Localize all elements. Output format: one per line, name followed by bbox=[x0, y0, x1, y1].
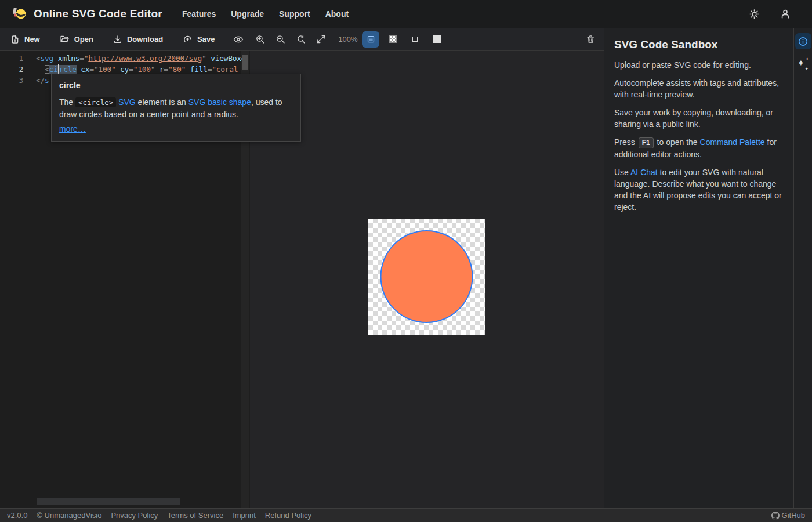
theme-toggle-button[interactable] bbox=[746, 6, 762, 22]
svg-code-editor-app: Online SVG Code Editor Features Upgrade … bbox=[0, 0, 812, 522]
preview-circle[interactable] bbox=[381, 231, 473, 322]
preview-visibility-button[interactable] bbox=[231, 32, 246, 47]
background-options-group bbox=[362, 31, 445, 48]
svg-canvas[interactable] bbox=[368, 219, 485, 335]
zoom-in-icon bbox=[255, 34, 265, 44]
overview-ruler-marker bbox=[242, 55, 248, 70]
zoom-reset-button[interactable] bbox=[293, 32, 308, 46]
background-transparent-button[interactable] bbox=[384, 31, 401, 48]
sidebar-paragraph-autocomplete: Autocomplete assists with tags and attri… bbox=[614, 77, 785, 100]
header-actions bbox=[746, 6, 802, 22]
trash-icon bbox=[586, 34, 596, 44]
zoom-reset-icon bbox=[296, 34, 306, 44]
save-share-icon bbox=[183, 34, 193, 44]
code-text: <svg xmlns="http://www.w3.org/2000/svg" … bbox=[23, 53, 242, 64]
checkerboard-icon bbox=[389, 35, 397, 43]
open-button-label: Open bbox=[74, 35, 93, 44]
github-label: GitHub bbox=[782, 511, 805, 520]
background-pattern-button[interactable] bbox=[362, 31, 379, 48]
ai-chat-button[interactable]: ✦✦✦ bbox=[795, 56, 811, 72]
fit-to-screen-button[interactable] bbox=[314, 32, 328, 46]
tooltip-title: circle bbox=[59, 79, 293, 92]
code-text: </s bbox=[23, 75, 49, 86]
line-number: 1 bbox=[0, 53, 23, 64]
nav-about[interactable]: About bbox=[325, 9, 349, 19]
sidebar-paragraph-command-palette: Press F1 to open the Command Palette for… bbox=[614, 136, 785, 160]
new-button-label: New bbox=[24, 35, 40, 44]
sidebar-icon-strip: ✦✦✦ bbox=[793, 28, 812, 508]
app-title: Online SVG Code Editor bbox=[34, 8, 162, 20]
main-nav: Features Upgrade Support About bbox=[182, 9, 349, 19]
sidebar-paragraph-save: Save your work by copying, downloading, … bbox=[614, 107, 785, 130]
nav-support[interactable]: Support bbox=[279, 9, 310, 19]
copyright-label: © UnmanagedVisio bbox=[37, 511, 102, 520]
square-outline-icon bbox=[412, 37, 418, 42]
sparkles-icon: ✦✦✦ bbox=[798, 59, 809, 70]
eye-icon bbox=[233, 34, 244, 45]
square-solid-icon bbox=[433, 35, 441, 43]
clear-button[interactable] bbox=[583, 32, 598, 46]
sidebar-title: SVG Code Sandbox bbox=[614, 38, 785, 51]
background-solid-button[interactable] bbox=[428, 31, 445, 48]
version-label: v2.0.0 bbox=[7, 511, 27, 520]
zoom-out-button[interactable] bbox=[273, 32, 288, 46]
sidebar-content: SVG Code Sandbox Upload or paste SVG cod… bbox=[604, 28, 794, 508]
refund-policy-link[interactable]: Refund Policy bbox=[265, 511, 311, 520]
background-outline-button[interactable] bbox=[406, 31, 423, 48]
expand-icon bbox=[316, 34, 326, 44]
line-number: 3 bbox=[0, 75, 23, 86]
sidebar-paragraph-ai-chat: Use AI Chat to edit your SVG with natura… bbox=[614, 166, 785, 213]
zoom-out-icon bbox=[276, 34, 285, 44]
terms-of-service-link[interactable]: Terms of Service bbox=[167, 511, 223, 520]
download-button-label: Download bbox=[127, 35, 163, 44]
sun-icon bbox=[749, 9, 760, 20]
imprint-link[interactable]: Imprint bbox=[233, 511, 256, 520]
save-button[interactable]: Save bbox=[178, 31, 219, 48]
nav-upgrade[interactable]: Upgrade bbox=[231, 9, 264, 19]
lined-background-icon bbox=[367, 35, 375, 44]
rendered-svg bbox=[368, 219, 485, 335]
save-button-label: Save bbox=[197, 35, 215, 44]
sidebar-paragraph-upload: Upload or paste SVG code for editing. bbox=[614, 59, 785, 71]
zoom-controls-group: 100% bbox=[253, 32, 378, 46]
zoom-in-button[interactable] bbox=[253, 32, 267, 46]
tooltip-body: The <circle> SVG element is an SVG basic… bbox=[59, 96, 293, 121]
user-account-button[interactable] bbox=[777, 6, 793, 22]
info-sidebar: SVG Code Sandbox Upload or paste SVG cod… bbox=[604, 28, 812, 508]
svg-preview-pane[interactable] bbox=[250, 51, 604, 508]
app-header: Online SVG Code Editor Features Upgrade … bbox=[0, 0, 812, 28]
github-link[interactable]: GitHub bbox=[771, 511, 805, 520]
download-button[interactable]: Download bbox=[108, 31, 168, 48]
hover-tooltip: circle The <circle> SVG element is an SV… bbox=[51, 74, 301, 142]
github-icon bbox=[771, 512, 780, 520]
privacy-policy-link[interactable]: Privacy Policy bbox=[111, 511, 158, 520]
code-line-1: 1 <svg xmlns="http://www.w3.org/2000/svg… bbox=[0, 53, 242, 64]
nav-features[interactable]: Features bbox=[182, 9, 216, 19]
line-number-current: 2 bbox=[0, 64, 23, 75]
app-logo-icon bbox=[10, 5, 28, 23]
new-file-icon bbox=[10, 35, 20, 44]
file-actions-group: New Open Download Save bbox=[0, 31, 219, 48]
editor-toolbar: New Open Download Save bbox=[0, 28, 604, 51]
app-footer: v2.0.0 © UnmanagedVisio Privacy Policy T… bbox=[0, 508, 812, 522]
tooltip-more-link[interactable]: more… bbox=[59, 124, 86, 133]
zoom-level-value: 100% bbox=[336, 35, 360, 44]
open-folder-icon bbox=[60, 34, 70, 44]
info-icon bbox=[798, 36, 809, 47]
info-panel-button[interactable] bbox=[795, 33, 811, 49]
editor-horizontal-scrollbar[interactable] bbox=[37, 498, 180, 505]
new-button[interactable]: New bbox=[6, 31, 45, 48]
user-icon bbox=[780, 8, 791, 20]
open-button[interactable]: Open bbox=[55, 31, 98, 48]
download-icon bbox=[113, 35, 122, 44]
